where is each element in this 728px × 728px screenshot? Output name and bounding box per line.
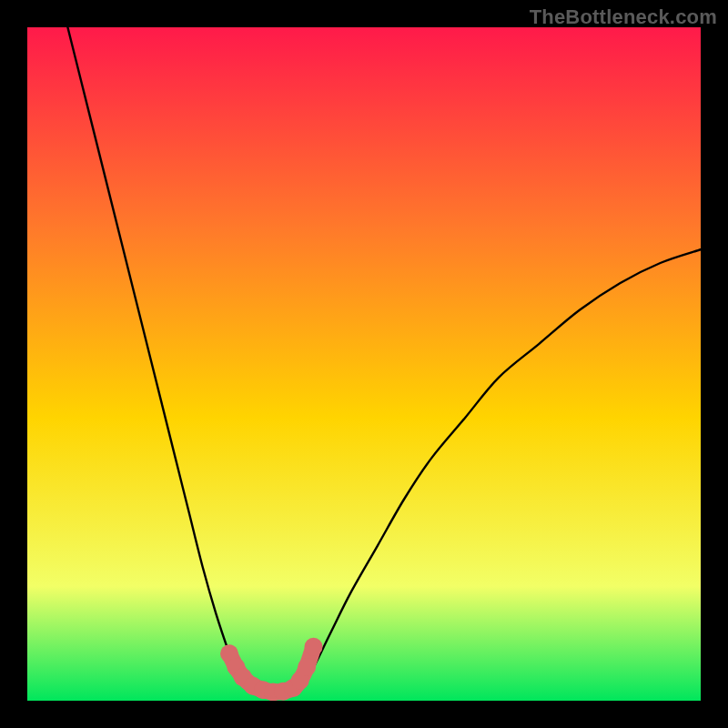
outer-frame: TheBottleneck.com bbox=[0, 0, 728, 728]
chart-svg bbox=[27, 27, 701, 701]
watermark-text: TheBottleneck.com bbox=[530, 5, 717, 29]
valley-marker-dot bbox=[298, 658, 316, 676]
gradient-background bbox=[27, 27, 701, 701]
valley-marker-dot bbox=[305, 638, 323, 656]
plot-area bbox=[27, 27, 701, 701]
